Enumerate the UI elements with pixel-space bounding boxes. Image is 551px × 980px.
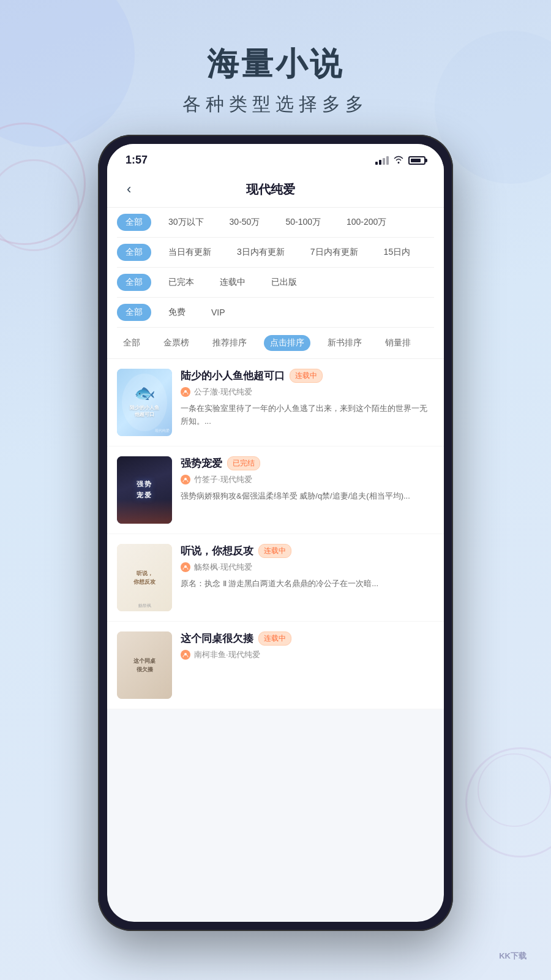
- sort-tab-1[interactable]: 金票榜: [157, 335, 195, 351]
- filter-section: 全部 30万以下 30-50万 50-100万 100-200万 全部 当日有更…: [107, 208, 444, 328]
- filter-all-1[interactable]: 全部: [117, 214, 151, 231]
- status-bar: 1:57: [107, 144, 444, 172]
- battery-icon: [408, 156, 425, 165]
- filter-option-1-4[interactable]: 100-200万: [338, 214, 395, 231]
- book-badge-3: 连载中: [258, 631, 291, 646]
- filter-option-4-2[interactable]: VIP: [203, 304, 234, 320]
- sort-tab-2[interactable]: 推荐排序: [206, 335, 253, 351]
- book-badge-1: 已完结: [227, 456, 260, 470]
- wifi-icon: [394, 155, 403, 165]
- filter-option-2-2[interactable]: 3日内有更新: [228, 244, 293, 261]
- sort-tab-0[interactable]: 全部: [117, 335, 146, 351]
- book-title-3: 这个同桌很欠揍: [181, 631, 253, 646]
- author-icon-2: [181, 562, 190, 572]
- book-desc-0: 一条在实验室里待了一年的小人鱼逃了出来，来到这个陌生的世界一无所知。...: [181, 402, 434, 428]
- filter-option-2-4[interactable]: 15日内: [375, 244, 419, 261]
- phone-screen: 1:57: [107, 144, 444, 922]
- book-title-1: 强势宠爱: [181, 456, 222, 470]
- book-author-name-3: 南柯非鱼·现代纯爱: [194, 649, 260, 660]
- filter-row-price: 全部 免费 VIP: [117, 298, 434, 328]
- author-icon-1: [181, 475, 190, 484]
- phone-frame: 1:57: [98, 135, 453, 931]
- signal-icon: [375, 156, 389, 165]
- book-title-2: 听说，你想反攻: [181, 544, 253, 558]
- filter-option-4-1[interactable]: 免费: [160, 304, 194, 321]
- filter-all-2[interactable]: 全部: [117, 244, 151, 261]
- book-author-3: 南柯非鱼·现代纯爱: [181, 649, 434, 660]
- book-item-1[interactable]: 强势宠爱 强势宠爱 已完结 竹签子·现代纯爱 强势病娇狠狗攻&倔强温柔绵羊受 威…: [107, 447, 444, 534]
- author-icon-0: [181, 387, 190, 397]
- filter-option-3-3[interactable]: 已出版: [263, 274, 305, 291]
- back-button[interactable]: ‹: [122, 179, 136, 200]
- sort-tab-5[interactable]: 销量排: [379, 335, 417, 351]
- phone-mockup: 1:57: [98, 135, 453, 931]
- book-desc-2: 原名：执念 Ⅱ 游走黑白两道大名鼎鼎的冷公子在一次暗...: [181, 578, 434, 590]
- book-item-3[interactable]: 这个同桌很欠揍 这个同桌很欠揍 连载中 南柯非鱼·现代纯爱: [107, 622, 444, 709]
- book-item-2[interactable]: 听说，你想反攻 觞祭枫 听说，你想反攻 连载中 觞祭枫·现代纯爱 原名：执念 Ⅱ…: [107, 534, 444, 622]
- book-info-0: 陆少的小人鱼他超可口 连载中 公子澈·现代纯爱 一条在实验室里待了一年的小人鱼逃…: [181, 369, 434, 428]
- book-list: 🐟 陆少的小人鱼他超可口 现代纯爱 陆少的小人鱼他超可口 连载中 公子澈·现代纯…: [107, 359, 444, 709]
- book-badge-0: 连载中: [290, 369, 323, 383]
- filter-option-2-1[interactable]: 当日有更新: [160, 244, 220, 261]
- filter-option-1-1[interactable]: 30万以下: [160, 214, 212, 231]
- book-cover-3: 这个同桌很欠揍: [117, 631, 172, 699]
- sort-tabs: 全部金票榜推荐排序点击排序新书排序销量排: [107, 328, 444, 359]
- book-author-0: 公子澈·现代纯爱: [181, 386, 434, 398]
- author-icon-3: [181, 650, 190, 660]
- page-title: 现代纯爱: [136, 181, 405, 198]
- bg-decoration-circle-6: [478, 753, 551, 827]
- book-author-name-2: 觞祭枫·现代纯爱: [194, 562, 252, 573]
- filter-option-2-3[interactable]: 7日内有更新: [302, 244, 367, 261]
- status-icons: [375, 155, 425, 165]
- status-time: 1:57: [126, 154, 148, 167]
- book-author-name-0: 公子澈·现代纯爱: [194, 386, 252, 398]
- filter-row-wordcount: 全部 30万以下 30-50万 50-100万 100-200万: [117, 208, 434, 238]
- filter-option-1-2[interactable]: 30-50万: [221, 214, 269, 231]
- book-author-name-1: 竹签子·现代纯爱: [194, 474, 252, 485]
- book-author-2: 觞祭枫·现代纯爱: [181, 562, 434, 573]
- watermark: KK下载: [499, 951, 527, 962]
- sort-tab-4[interactable]: 新书排序: [321, 335, 368, 351]
- book-info-3: 这个同桌很欠揍 连载中 南柯非鱼·现代纯爱: [181, 631, 434, 665]
- filter-all-3[interactable]: 全部: [117, 274, 151, 291]
- book-title-row-2: 听说，你想反攻 连载中: [181, 544, 434, 558]
- book-info-2: 听说，你想反攻 连载中 觞祭枫·现代纯爱 原名：执念 Ⅱ 游走黑白两道大名鼎鼎的…: [181, 544, 434, 590]
- book-badge-2: 连载中: [258, 544, 291, 558]
- filter-row-update: 全部 当日有更新 3日内有更新 7日内有更新 15日内: [117, 238, 434, 268]
- filter-all-4[interactable]: 全部: [117, 304, 151, 321]
- book-cover-0: 🐟 陆少的小人鱼他超可口 现代纯爱: [117, 369, 172, 436]
- book-cover-1: 强势宠爱: [117, 456, 172, 524]
- filter-option-1-3[interactable]: 50-100万: [277, 214, 329, 231]
- book-title-row-0: 陆少的小人鱼他超可口 连载中: [181, 369, 434, 383]
- book-cover-2: 听说，你想反攻 觞祭枫: [117, 544, 172, 611]
- book-author-1: 竹签子·现代纯爱: [181, 474, 434, 485]
- book-info-1: 强势宠爱 已完结 竹签子·现代纯爱 强势病娇狠狗攻&倔强温柔绵羊受 威胁/q禁/…: [181, 456, 434, 503]
- filter-row-status: 全部 已完本 连载中 已出版: [117, 268, 434, 298]
- book-title-row-3: 这个同桌很欠揍 连载中: [181, 631, 434, 646]
- sort-tab-3[interactable]: 点击排序: [264, 335, 310, 351]
- filter-option-3-2[interactable]: 连载中: [211, 274, 254, 291]
- filter-option-3-1[interactable]: 已完本: [160, 274, 203, 291]
- book-desc-1: 强势病娇狠狗攻&倔强温柔绵羊受 威胁/q禁/追妻/追夫(相当平均)...: [181, 490, 434, 503]
- book-title-0: 陆少的小人鱼他超可口: [181, 369, 285, 383]
- navigation-bar: ‹ 现代纯爱: [107, 172, 444, 208]
- book-item-0[interactable]: 🐟 陆少的小人鱼他超可口 现代纯爱 陆少的小人鱼他超可口 连载中 公子澈·现代纯…: [107, 359, 444, 447]
- book-title-row-1: 强势宠爱 已完结: [181, 456, 434, 470]
